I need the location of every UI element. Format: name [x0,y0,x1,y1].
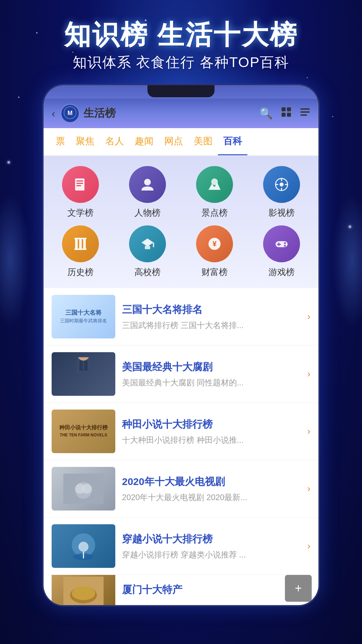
scenery-icon [196,166,233,203]
svg-rect-9 [75,178,84,191]
category-scenery[interactable]: 景点榜 [184,166,245,219]
person-icon [129,166,166,203]
svg-rect-22 [79,238,82,249]
content-0: 三国十大名将排名 三国武将排行榜 三国十大名将排... [122,303,301,331]
film-icon [263,166,300,203]
desc-2: 十大种田小说排行榜 种田小说推... [122,435,301,445]
tab-meitu[interactable]: 美图 [188,128,218,155]
list-item-2[interactable]: 种田小说十大排行榜THE TEN FARM NOVELS 种田小说十大排行榜 十… [44,403,318,460]
college-label: 高校榜 [134,266,161,278]
page-subtitle: 知识体系 衣食住行 各种TOP百科 [0,53,362,72]
desc-3: 2020年十大最火电视剧 2020最新... [122,492,301,503]
tab-baike[interactable]: 百科 [218,128,247,155]
list-item-1[interactable]: 美国最经典十大腐剧 美国最经典十大腐剧 同性题材的... › [44,345,318,403]
thumb-5 [52,575,115,605]
category-section: 文学榜 人物榜 景点榜 影视榜 [44,156,318,288]
svg-rect-37 [79,361,83,371]
svg-point-46 [78,542,88,552]
svg-rect-21 [75,238,78,249]
tab-quwen[interactable]: 趣闻 [129,128,159,155]
history-icon [62,225,99,262]
content-4: 穿越小说十大排行榜 穿越小说排行榜 穿越类小说推荐 ... [122,532,301,560]
list-item-0[interactable]: 三国十大名将三国时期最牛武将排名 三国十大名将排名 三国武将排行榜 三国十大名将… [44,288,318,345]
thumb-4 [52,524,115,568]
category-grid: 文学榜 人物榜 景点榜 影视榜 [50,166,312,278]
svg-text:¥: ¥ [213,239,217,248]
svg-rect-28 [153,243,154,247]
tab-piao[interactable]: 票 [50,128,70,155]
svg-rect-6 [300,108,310,110]
fab-button[interactable]: + [285,575,312,602]
literature-label: 文学榜 [67,207,94,219]
desc-0: 三国武将排行榜 三国十大名将排... [122,320,301,331]
svg-rect-4 [282,113,286,117]
title-1: 美国最经典十大腐剧 [122,360,301,374]
svg-rect-2 [282,107,286,111]
svg-marker-26 [141,238,154,247]
category-literature[interactable]: 文学榜 [50,166,111,219]
thumb-3 [52,467,115,511]
top-icon-group: 🔍 [259,107,310,120]
tab-mingren[interactable]: 名人 [100,128,129,155]
content-5: 厦门十大特产 [122,583,301,600]
category-history[interactable]: 历史榜 [50,225,111,278]
nav-title: 生活榜 [83,106,259,121]
title-0: 三国十大名将排名 [122,303,301,317]
back-button[interactable]: ‹ [52,107,55,120]
category-game[interactable]: 游戏榜 [251,225,312,278]
phone-container: ‹ M 生活榜 🔍 [44,85,318,605]
list-item-4[interactable]: 穿越小说十大排行榜 穿越小说排行榜 穿越类小说推荐 ... › [44,518,318,575]
svg-rect-25 [74,249,86,250]
desc-4: 穿越小说排行榜 穿越类小说推荐 ... [122,549,301,560]
svg-rect-24 [74,238,86,239]
list-icon[interactable] [300,107,310,120]
content-1: 美国最经典十大腐剧 美国最经典十大腐剧 同性题材的... [122,360,301,388]
film-label: 影视榜 [268,207,295,219]
arrow-0: › [307,311,310,322]
category-wealth[interactable]: ¥ 财富榜 [184,225,245,278]
svg-point-16 [280,182,284,186]
svg-rect-10 [76,180,83,181]
college-icon [129,225,166,262]
svg-rect-3 [287,107,291,111]
game-label: 游戏榜 [268,266,295,278]
wealth-label: 财富榜 [201,266,228,278]
person-label: 人物榜 [134,207,161,219]
svg-text:M: M [67,110,72,116]
svg-rect-12 [76,185,81,186]
svg-point-13 [144,179,151,185]
category-person[interactable]: 人物榜 [117,166,178,219]
svg-point-34 [284,242,286,244]
nav-bar: ‹ M 生活榜 🔍 [44,99,318,128]
svg-rect-7 [300,111,310,113]
title-5: 厦门十大特产 [122,583,301,597]
grid-icon[interactable] [281,107,292,120]
game-icon [263,225,300,262]
thumb-2: 种田小说十大排行榜THE TEN FARM NOVELS [52,410,115,453]
arrow-1: › [307,369,310,379]
title-2: 种田小说十大排行榜 [122,418,301,431]
logo: M [61,104,79,123]
svg-rect-33 [277,244,281,245]
tab-jujiao[interactable]: 聚焦 [70,128,100,155]
thumb-0: 三国十大名将三国时期最牛武将排名 [52,295,115,338]
category-film[interactable]: 影视榜 [251,166,312,219]
literature-icon [62,166,99,203]
history-label: 历史榜 [67,266,94,278]
category-college[interactable]: 高校榜 [117,225,178,278]
search-icon[interactable]: 🔍 [259,107,273,120]
arrow-2: › [307,426,310,437]
arrow-3: › [307,483,310,494]
svg-point-43 [82,484,92,494]
svg-rect-23 [83,238,86,249]
svg-rect-27 [145,246,150,249]
list-section: 三国十大名将三国时期最牛武将排名 三国十大名将排名 三国武将排行榜 三国十大名将… [44,288,318,605]
svg-rect-11 [76,183,83,184]
arrow-4: › [307,541,310,551]
svg-point-50 [72,587,95,600]
tab-wangdian[interactable]: 网点 [159,128,188,155]
title-3: 2020年十大最火电视剧 [122,475,301,489]
list-item-5[interactable]: 厦门十大特产 › [44,575,318,605]
svg-rect-38 [84,361,87,371]
list-item-3[interactable]: 2020年十大最火电视剧 2020年十大最火电视剧 2020最新... › [44,460,318,518]
